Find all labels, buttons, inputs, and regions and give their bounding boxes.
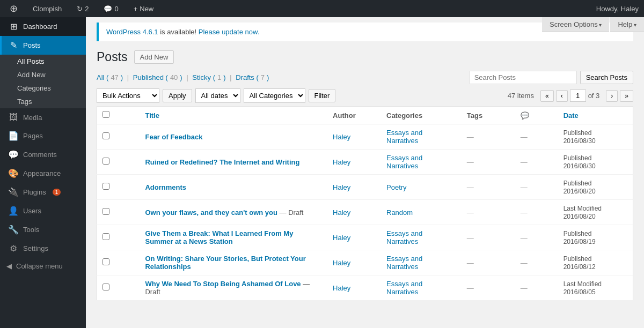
row-author-cell: Haley: [327, 275, 381, 301]
row-comments-cell: —: [515, 200, 558, 225]
sidebar-item-users[interactable]: 👤 Users: [0, 202, 86, 220]
submenu-categories[interactable]: Categories: [0, 81, 86, 95]
post-title-link-5[interactable]: On Writing: Share Your Stories, But Prot…: [145, 255, 305, 271]
row-checkbox-4[interactable]: [103, 233, 109, 240]
prev-page-button[interactable]: ‹: [556, 90, 568, 102]
header-comments: 💬: [515, 107, 558, 124]
row-comments-cell: —: [515, 250, 558, 275]
title-sort-link[interactable]: Title: [145, 111, 159, 120]
row-comments-cell: —: [515, 275, 558, 301]
post-cat-link-0[interactable]: Essays and Narratives: [386, 129, 422, 145]
filter-drafts-link[interactable]: Drafts (7): [236, 73, 269, 81]
sidebar-item-settings[interactable]: ⚙ Settings: [0, 239, 86, 258]
comments-count: 0: [114, 5, 118, 13]
help-button[interactable]: Help: [610, 17, 644, 32]
row-categories-cell: Essays and Narratives: [381, 150, 462, 175]
row-date-cell: Published 2016/08/30: [558, 150, 633, 175]
comments-item[interactable]: 💬 0: [99, 0, 122, 17]
bulk-actions-select[interactable]: Bulk Actions Edit Move to Trash: [97, 88, 159, 103]
filter-sticky-link[interactable]: Sticky (1): [192, 73, 225, 81]
sidebar-item-appearance[interactable]: 🎨 Appearance: [0, 164, 86, 183]
users-icon: 👤: [8, 206, 19, 216]
search-posts-button[interactable]: Search Posts: [580, 71, 633, 84]
sidebar-item-dashboard[interactable]: ⊞ Dashboard: [0, 17, 86, 36]
post-author-link-2[interactable]: Haley: [333, 183, 350, 191]
post-cat-link-6[interactable]: Essays and Narratives: [386, 280, 422, 296]
date-sort-link[interactable]: Date: [564, 111, 579, 120]
submenu-add-new[interactable]: Add New: [0, 68, 86, 81]
category-filter-select[interactable]: All Categories: [244, 88, 305, 103]
row-title-cell: Adornments: [140, 175, 327, 200]
sidebar-item-tools[interactable]: 🔧 Tools: [0, 220, 86, 239]
date-filter-select[interactable]: All dates: [195, 88, 240, 103]
page-number-input[interactable]: [570, 90, 586, 102]
post-author-link-3[interactable]: Haley: [333, 208, 350, 217]
update-now-link[interactable]: Please update now.: [199, 28, 259, 36]
media-icon: 🖼: [8, 113, 19, 122]
row-checkbox-0[interactable]: [103, 132, 109, 139]
row-title-cell: Ruined or Redefined? The Internet and Wr…: [140, 150, 327, 175]
next-page-button[interactable]: ›: [606, 90, 618, 102]
filter-all-link[interactable]: All (47): [97, 73, 123, 81]
sidebar-item-pages[interactable]: 📄 Pages: [0, 126, 86, 145]
sidebar-item-media[interactable]: 🖼 Media: [0, 108, 86, 126]
post-cat-link-5[interactable]: Essays and Narratives: [386, 255, 422, 271]
last-page-button[interactable]: »: [620, 90, 633, 102]
sidebar-item-plugins[interactable]: 🔌 Plugins 1: [0, 183, 86, 202]
post-title-link-2[interactable]: Adornments: [145, 183, 186, 191]
post-title-link-1[interactable]: Ruined or Redefined? The Internet and Wr…: [145, 158, 299, 166]
wp-version-link[interactable]: WordPress 4.6.1: [106, 28, 158, 36]
sidebar-item-posts[interactable]: ✎ Posts: [0, 36, 86, 55]
posts-table-body: Fear of Feedback Haley Essays and Narrat…: [97, 124, 633, 301]
row-checkbox-3[interactable]: [103, 208, 109, 215]
row-checkbox-5[interactable]: [103, 258, 109, 265]
post-author-link-0[interactable]: Haley: [333, 133, 350, 141]
search-input[interactable]: [470, 71, 577, 84]
post-title-link-3[interactable]: Own your flaws, and they can't own you —…: [145, 208, 303, 217]
post-author-link-5[interactable]: Haley: [333, 259, 350, 267]
row-categories-cell: Essays and Narratives: [381, 124, 462, 150]
filter-button[interactable]: Filter: [309, 89, 336, 102]
post-author-link-1[interactable]: Haley: [333, 158, 350, 166]
add-new-button[interactable]: Add New: [134, 50, 174, 64]
apply-button[interactable]: Apply: [163, 89, 192, 102]
filter-published-link[interactable]: Published (40): [133, 73, 182, 81]
row-date-cell: Published 2016/08/30: [558, 124, 633, 150]
row-checkbox-6[interactable]: [103, 284, 109, 290]
post-title-link-6[interactable]: Why We Need To Stop Being Ashamed Of Lov…: [145, 280, 310, 296]
submenu-tags[interactable]: Tags: [0, 95, 86, 108]
wp-logo-item[interactable]: ⊕: [5, 0, 22, 17]
site-name-item[interactable]: Clompish: [28, 0, 66, 17]
date-status-5: Published: [564, 255, 592, 263]
first-page-button[interactable]: «: [540, 90, 554, 102]
table-row: Fear of Feedback Haley Essays and Narrat…: [97, 124, 633, 150]
post-cat-link-1[interactable]: Essays and Narratives: [386, 154, 422, 170]
collapse-menu-button[interactable]: ◀ Collapse menu: [0, 258, 86, 274]
plugins-icon: 🔌: [8, 187, 19, 197]
comments-menu-icon: 💬: [8, 150, 19, 160]
select-all-checkbox[interactable]: [103, 111, 109, 118]
post-title-link-0[interactable]: Fear of Feedback: [145, 133, 202, 141]
row-checkbox-1[interactable]: [103, 158, 109, 165]
updates-item[interactable]: ↻ 2: [72, 0, 93, 17]
submenu-all-posts[interactable]: All Posts: [0, 55, 86, 68]
new-item[interactable]: + New: [129, 0, 158, 17]
row-tags-cell: —: [462, 175, 515, 200]
sidebar-item-comments[interactable]: 💬 Comments: [0, 145, 86, 164]
site-name: Clompish: [33, 5, 62, 13]
row-tags-cell: —: [462, 250, 515, 275]
update-icon: ↻: [77, 5, 83, 13]
row-tags-cell: —: [462, 225, 515, 250]
screen-options-button[interactable]: Screen Options: [542, 17, 609, 32]
header-title: Title: [140, 107, 327, 124]
post-cat-link-4[interactable]: Essays and Narratives: [386, 229, 422, 245]
row-categories-cell: Essays and Narratives: [381, 225, 462, 250]
dashboard-icon: ⊞: [8, 21, 19, 32]
post-author-link-4[interactable]: Haley: [333, 234, 350, 242]
post-author-link-6[interactable]: Haley: [333, 284, 350, 292]
post-cat-link-3[interactable]: Random: [386, 208, 413, 217]
post-cat-link-2[interactable]: Poetry: [386, 183, 407, 191]
row-checkbox-2[interactable]: [103, 183, 109, 190]
table-row: On Writing: Share Your Stories, But Prot…: [97, 250, 633, 275]
post-title-link-4[interactable]: Give Them a Break: What I Learned From M…: [145, 229, 293, 245]
